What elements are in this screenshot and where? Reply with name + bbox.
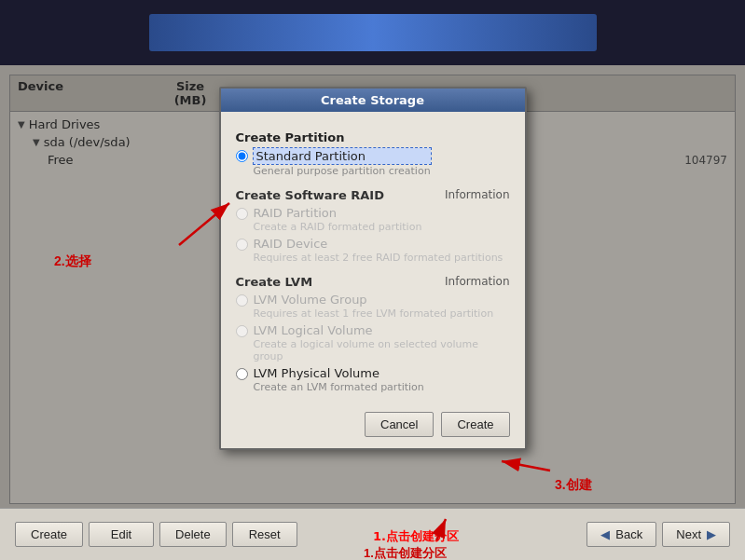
desc-lvm-physical-volume: Create an LVM formated partition [254, 381, 424, 393]
desc-lvm-logical-volume: Create a logical volume on selected volu… [254, 338, 510, 362]
dialog-body: Create Partition Standard Partition Gene… [221, 112, 525, 404]
label-raid-device: RAID Device [254, 237, 504, 251]
option-raid-device[interactable]: RAID Device Requires at least 2 free RAI… [236, 237, 510, 264]
next-button[interactable]: Next ▶ [662, 522, 730, 547]
option-raid-partition[interactable]: RAID Partition Create a RAID formated pa… [236, 206, 510, 233]
delete-button[interactable]: Delete [159, 522, 227, 547]
top-banner [0, 0, 745, 65]
desc-raid-partition: Create a RAID formated partition [254, 221, 422, 233]
create-storage-dialog: Create Storage Create Partition Standard… [219, 87, 527, 450]
option-standard-partition[interactable]: Standard Partition General purpose parti… [236, 148, 510, 177]
radio-raid-device[interactable] [236, 239, 248, 251]
option-lvm-physical-volume[interactable]: LVM Physical Volume Create an LVM format… [236, 366, 510, 393]
main-area: Device Size(MB) ▼ Hard Drives ▼ sda (/de… [0, 65, 745, 560]
software-raid-section-header: Create Software RAID Information [236, 188, 510, 202]
toolbar-left: Create Edit Delete Reset [15, 522, 297, 547]
lvm-section-header: Create LVM Information [236, 275, 510, 289]
lvm-info: Information [445, 275, 509, 288]
banner-logo [149, 14, 597, 51]
dialog-cancel-button[interactable]: Cancel [365, 412, 434, 437]
dialog-overlay: Create Storage Create Partition Standard… [0, 65, 745, 508]
lvm-title: Create LVM [236, 275, 313, 289]
next-label: Next [676, 527, 701, 541]
back-label: Back [615, 527, 642, 541]
back-arrow-icon: ◀ [600, 527, 610, 541]
radio-lvm-volume-group[interactable] [236, 294, 248, 307]
dialog-buttons: Cancel Create [221, 404, 525, 448]
back-button[interactable]: ◀ Back [586, 522, 656, 547]
software-raid-info: Information [445, 188, 509, 201]
label-raid-partition: RAID Partition [254, 206, 422, 220]
software-raid-title: Create Software RAID [236, 188, 385, 202]
reset-button[interactable]: Reset [232, 522, 297, 547]
edit-button[interactable]: Edit [89, 522, 154, 547]
label-lvm-physical-volume: LVM Physical Volume [254, 366, 424, 380]
desc-standard-partition: General purpose partition creation [254, 165, 431, 177]
label-lvm-logical-volume: LVM Logical Volume [254, 323, 510, 337]
radio-lvm-physical-volume[interactable] [236, 368, 248, 380]
radio-standard-partition[interactable] [236, 150, 248, 162]
label-lvm-volume-group: LVM Volume Group [254, 293, 494, 307]
bottom-toolbar: Create Edit Delete Reset ◀ Back Next ▶ [0, 508, 745, 560]
radio-lvm-logical-volume[interactable] [236, 325, 248, 337]
option-lvm-logical-volume[interactable]: LVM Logical Volume Create a logical volu… [236, 323, 510, 362]
next-arrow-icon: ▶ [707, 527, 716, 541]
radio-raid-partition[interactable] [236, 208, 248, 220]
dialog-create-button[interactable]: Create [441, 412, 509, 437]
desc-raid-device: Requires at least 2 free RAID formated p… [254, 252, 504, 264]
dialog-titlebar: Create Storage [221, 89, 525, 112]
desc-lvm-volume-group: Requires at least 1 free LVM formated pa… [254, 307, 494, 320]
create-partition-section-title: Create Partition [236, 130, 510, 144]
label-standard-partition: Standard Partition [254, 148, 431, 164]
toolbar-right: ◀ Back Next ▶ [586, 522, 730, 547]
option-lvm-volume-group[interactable]: LVM Volume Group Requires at least 1 fre… [236, 293, 510, 320]
create-button[interactable]: Create [15, 522, 83, 547]
